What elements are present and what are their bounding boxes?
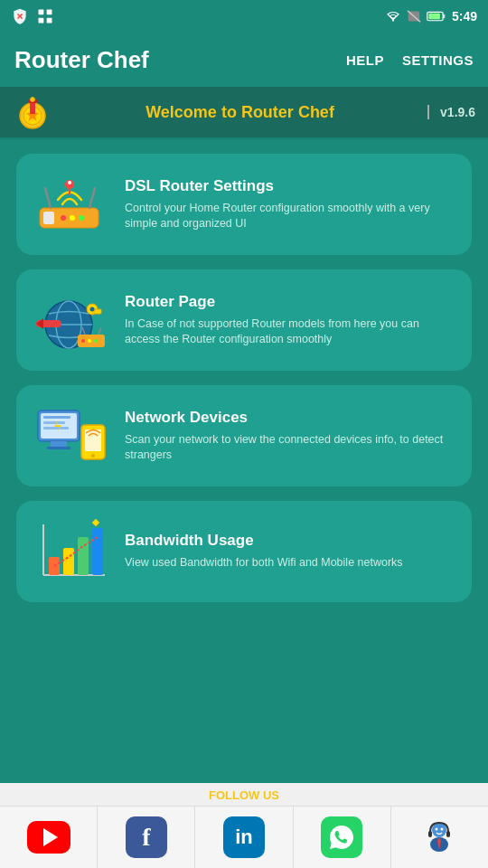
dsl-router-card[interactable]: DSL Router Settings Control your Home Ro… bbox=[16, 154, 472, 255]
svg-rect-64 bbox=[428, 831, 432, 837]
svg-rect-5 bbox=[47, 18, 52, 24]
status-left bbox=[11, 7, 54, 25]
help-button[interactable]: HELP bbox=[346, 52, 384, 68]
youtube-button[interactable] bbox=[0, 807, 98, 868]
welcome-text: Welcome to Router Chef bbox=[63, 103, 417, 122]
follow-us-label: FOLLOW US bbox=[0, 783, 488, 806]
svg-rect-10 bbox=[443, 14, 445, 19]
svg-line-23 bbox=[45, 188, 51, 208]
main-content: DSL Router Settings Control your Home Ro… bbox=[0, 139, 488, 617]
svg-line-24 bbox=[89, 188, 95, 208]
battery-icon bbox=[427, 10, 446, 23]
version-label: v1.9.6 bbox=[427, 105, 475, 119]
svg-point-34 bbox=[88, 339, 91, 343]
svg-rect-57 bbox=[92, 528, 103, 575]
dsl-router-title: DSL Router Settings bbox=[125, 177, 457, 195]
svg-line-37 bbox=[99, 327, 101, 335]
svg-point-22 bbox=[79, 215, 84, 221]
network-devices-text: Network Devices Scan your network to vie… bbox=[125, 409, 457, 464]
medal-icon bbox=[13, 92, 52, 132]
svg-rect-44 bbox=[47, 447, 70, 449]
status-bar: 5:49 bbox=[0, 0, 488, 33]
svg-rect-43 bbox=[51, 441, 67, 447]
footer: FOLLOW US f in bbox=[0, 783, 488, 868]
bandwidth-usage-desc: View used Bandwidth for both Wifi and Mo… bbox=[125, 555, 403, 571]
svg-rect-2 bbox=[39, 10, 44, 15]
svg-point-61 bbox=[432, 823, 446, 837]
svg-marker-31 bbox=[36, 318, 43, 329]
svg-rect-55 bbox=[63, 548, 74, 575]
svg-point-66 bbox=[436, 828, 438, 831]
svg-rect-49 bbox=[85, 429, 101, 451]
bandwidth-usage-title: Bandwidth Usage bbox=[125, 532, 403, 550]
support-icon bbox=[418, 816, 460, 858]
shield-icon bbox=[11, 7, 29, 25]
svg-point-50 bbox=[91, 454, 95, 458]
time-display: 5:49 bbox=[452, 9, 477, 24]
svg-rect-11 bbox=[428, 14, 440, 19]
svg-point-67 bbox=[441, 828, 444, 831]
status-right: 5:49 bbox=[385, 9, 477, 24]
support-button[interactable] bbox=[391, 807, 488, 868]
svg-rect-4 bbox=[39, 18, 44, 24]
dsl-router-icon bbox=[31, 168, 112, 241]
svg-rect-45 bbox=[43, 416, 70, 419]
bandwidth-usage-icon bbox=[31, 515, 112, 588]
svg-point-17 bbox=[31, 98, 35, 102]
svg-rect-15 bbox=[30, 101, 35, 114]
bandwidth-usage-card[interactable]: Bandwidth Usage View used Bandwidth for … bbox=[16, 501, 472, 602]
network-devices-desc: Scan your network to view the connected … bbox=[125, 432, 457, 464]
svg-rect-3 bbox=[47, 10, 52, 15]
signal-icon bbox=[407, 10, 421, 23]
network-devices-card[interactable]: Network Devices Scan your network to vie… bbox=[16, 385, 472, 486]
grid-icon bbox=[36, 7, 54, 25]
whatsapp-icon bbox=[321, 816, 362, 858]
svg-point-40 bbox=[90, 307, 95, 312]
svg-rect-56 bbox=[78, 537, 89, 575]
svg-point-33 bbox=[81, 339, 85, 343]
youtube-icon bbox=[27, 821, 70, 854]
network-devices-icon bbox=[31, 400, 112, 472]
network-devices-title: Network Devices bbox=[125, 409, 457, 427]
router-page-title: Router Page bbox=[125, 293, 457, 311]
router-page-card[interactable]: Router Page In Case of not supported Rou… bbox=[16, 269, 472, 371]
dsl-router-desc: Control your Home Router configuration s… bbox=[125, 201, 457, 232]
svg-point-35 bbox=[94, 339, 98, 343]
svg-rect-19 bbox=[43, 212, 54, 224]
app-title: Router Chef bbox=[14, 46, 149, 74]
linkedin-button[interactable]: in bbox=[195, 807, 293, 868]
svg-point-20 bbox=[61, 215, 66, 221]
svg-rect-39 bbox=[94, 309, 101, 314]
linkedin-icon: in bbox=[223, 816, 265, 858]
router-page-icon bbox=[31, 284, 112, 356]
welcome-banner: Welcome to Router Chef v1.9.6 bbox=[0, 87, 488, 139]
bandwidth-usage-text: Bandwidth Usage View used Bandwidth for … bbox=[125, 532, 403, 571]
youtube-play-icon bbox=[43, 828, 58, 846]
whatsapp-button[interactable] bbox=[294, 807, 391, 868]
svg-point-26 bbox=[68, 181, 71, 184]
wifi-icon bbox=[385, 10, 401, 23]
svg-point-21 bbox=[70, 215, 75, 221]
settings-button[interactable]: SETTINGS bbox=[402, 52, 474, 68]
dsl-router-text: DSL Router Settings Control your Home Ro… bbox=[125, 177, 457, 232]
facebook-icon: f bbox=[126, 816, 167, 858]
svg-rect-65 bbox=[446, 831, 450, 837]
router-page-desc: In Case of not supported Router models f… bbox=[125, 316, 457, 348]
svg-rect-47 bbox=[43, 427, 69, 429]
svg-point-6 bbox=[392, 19, 394, 21]
app-header: Router Chef HELP SETTINGS bbox=[0, 33, 488, 87]
header-actions: HELP SETTINGS bbox=[346, 52, 474, 68]
router-page-text: Router Page In Case of not supported Rou… bbox=[125, 293, 457, 348]
svg-rect-46 bbox=[43, 421, 65, 424]
social-row: f in bbox=[0, 806, 488, 868]
facebook-button[interactable]: f bbox=[98, 807, 195, 868]
